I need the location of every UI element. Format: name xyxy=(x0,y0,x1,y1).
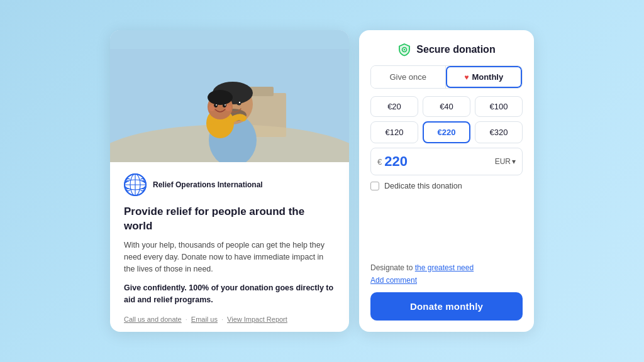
org-row: Relief Operations International xyxy=(124,173,335,196)
frequency-toggle[interactable]: Give once ♥ Monthly xyxy=(370,65,523,89)
org-name: Relief Operations International xyxy=(153,180,263,190)
hero-image xyxy=(110,30,349,162)
amount-grid-row2: €120 €220 €320 xyxy=(370,121,523,143)
card-title: Provide relief for people around the wor… xyxy=(124,205,335,233)
amount-btn-100[interactable]: €100 xyxy=(475,96,523,117)
designate-prefix: Designate to xyxy=(370,263,413,272)
secure-title: Secure donation xyxy=(416,44,495,55)
org-logo-icon xyxy=(124,173,147,196)
currency-symbol: € xyxy=(377,157,382,167)
svg-rect-21 xyxy=(110,30,349,49)
svg-point-14 xyxy=(208,90,233,105)
card-desc: With your help, thousands of people can … xyxy=(124,239,335,276)
dedicate-row[interactable]: Dedicate this donation xyxy=(370,182,523,190)
svg-point-19 xyxy=(209,105,215,111)
currency-code: EUR xyxy=(495,157,511,166)
amount-grid-row1: €20 €40 €100 xyxy=(370,96,523,117)
svg-point-11 xyxy=(239,102,240,103)
amount-btn-220[interactable]: €220 xyxy=(423,121,470,143)
secure-header: Secure donation xyxy=(370,43,523,57)
svg-point-18 xyxy=(225,104,226,106)
add-comment-link[interactable]: Add comment xyxy=(370,276,523,285)
monthly-label: Monthly xyxy=(472,72,503,82)
svg-point-29 xyxy=(404,49,405,50)
card-emphasis: Give confidently. 100% of your donation … xyxy=(124,282,335,307)
designate-row: Designate to the greatest need xyxy=(370,263,523,272)
designate-link[interactable]: the greatest need xyxy=(415,263,474,272)
currency-select[interactable]: EUR ▾ xyxy=(495,157,516,166)
amount-btn-40[interactable]: €40 xyxy=(423,96,470,117)
chevron-down-icon: ▾ xyxy=(512,157,516,166)
amount-btn-20[interactable]: €20 xyxy=(370,96,418,117)
monthly-button[interactable]: ♥ Monthly xyxy=(446,66,523,88)
custom-amount-value[interactable]: 220 xyxy=(384,153,492,170)
separator-2: · xyxy=(221,315,223,323)
svg-point-17 xyxy=(216,104,217,106)
heart-icon: ♥ xyxy=(464,73,469,82)
email-link[interactable]: Email us xyxy=(191,315,218,323)
report-link[interactable]: View Impact Report xyxy=(227,315,287,323)
right-card: Secure donation Give once ♥ Monthly €20 … xyxy=(359,30,534,331)
svg-point-20 xyxy=(225,105,231,111)
give-once-button[interactable]: Give once xyxy=(371,66,446,88)
call-donate-link[interactable]: Call us and donate xyxy=(124,315,182,323)
card-links: Call us and donate · Email us · View Imp… xyxy=(124,315,335,323)
dedicate-label: Dedicate this donation xyxy=(384,182,462,190)
custom-amount-row[interactable]: € 220 EUR ▾ xyxy=(370,148,523,175)
svg-point-9 xyxy=(237,101,242,106)
left-card: Relief Operations International Provide … xyxy=(110,30,349,331)
separator-1: · xyxy=(186,315,187,323)
donate-button[interactable]: Donate monthly xyxy=(370,292,523,321)
amount-btn-120[interactable]: €120 xyxy=(370,121,418,143)
left-card-content: Relief Operations International Provide … xyxy=(110,162,349,331)
amount-btn-320[interactable]: €320 xyxy=(475,121,523,143)
shield-icon xyxy=(397,43,411,57)
dedicate-checkbox[interactable] xyxy=(370,182,379,190)
